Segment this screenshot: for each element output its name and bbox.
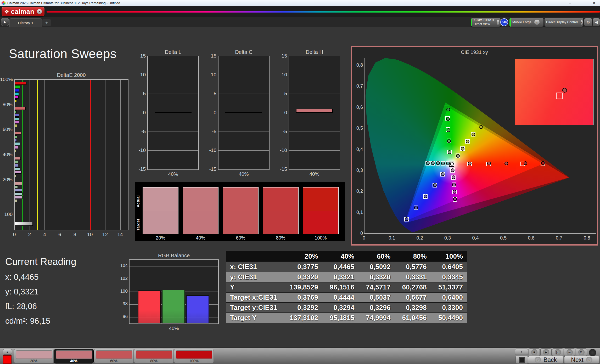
- delta_c-bar: [225, 112, 262, 113]
- table-header-cell: 40%: [322, 251, 358, 262]
- swatch-actual: [183, 187, 218, 211]
- loop-button[interactable]: ∞: [564, 348, 575, 356]
- page-title: Saturation Sweeps: [9, 47, 116, 61]
- deltae-bar: [15, 135, 17, 138]
- pattern-patch-80%[interactable]: 80%: [134, 349, 174, 363]
- meter-dropdown[interactable]: X-Rite i1Pro 3 Direct View ▼: [471, 18, 501, 27]
- patch-color: [96, 350, 132, 359]
- stop-button[interactable]: ■: [529, 348, 540, 356]
- collapse-panel-button[interactable]: ◀: [592, 18, 600, 26]
- deltae-xtick: 12: [101, 232, 109, 237]
- add-tab-button[interactable]: +: [42, 19, 51, 26]
- deltae-bar: [15, 167, 20, 170]
- cie-zoom-inset: [515, 59, 594, 125]
- pattern-window-button[interactable]: [515, 356, 528, 364]
- swatch-target: [223, 211, 258, 234]
- rgb-bar-G: [162, 290, 185, 323]
- chevron-double-left-icon: «: [535, 357, 541, 363]
- delta_c-gridline: [218, 150, 269, 151]
- delta_h-ytick: 15: [277, 53, 287, 59]
- play-button[interactable]: ▶: [540, 348, 552, 356]
- table-row: x: CIE310,37750,44650,50920,57760,6405: [226, 262, 467, 272]
- deltae-bar: [15, 124, 17, 127]
- swatch-target: [303, 211, 338, 234]
- delta_h-gridline: [289, 132, 340, 132]
- deltae-bar: [15, 182, 22, 185]
- panel-up-button[interactable]: ▲: [515, 349, 528, 355]
- table-cell: 0,4444: [322, 292, 358, 303]
- patch-color: [16, 350, 52, 359]
- arrow-up-icon: ▲: [520, 350, 523, 353]
- panel-expander-button[interactable]: ▶: [1, 18, 9, 26]
- delta_l-ytick: 10: [135, 72, 146, 78]
- delta_c-xlabel: 40%: [218, 171, 270, 177]
- deltae-bar: [15, 82, 26, 85]
- calman-logo-icon: ❖: [4, 9, 9, 14]
- cie-measured-green: [447, 128, 450, 132]
- delta_c-ytick: 5: [206, 91, 216, 96]
- pattern-color-chip[interactable]: [3, 355, 12, 364]
- calman-menu-button[interactable]: ❖ calman ▼: [2, 7, 44, 16]
- rgb-gridline: [130, 279, 218, 279]
- maximize-button[interactable]: □: [576, 1, 588, 5]
- table-cell: 0,5776: [395, 262, 431, 272]
- pattern-up-button[interactable]: ▲: [3, 349, 12, 355]
- deltae-bar: [15, 99, 17, 102]
- table-cell: 61,0456: [395, 313, 431, 323]
- deltae-xtick: 10: [86, 232, 94, 237]
- tab-history-1[interactable]: History 1: [9, 18, 42, 27]
- meter-line2: Direct View: [473, 22, 490, 26]
- table-row-label: Target y:CIE31: [226, 303, 285, 313]
- table-cell: 0,3300: [431, 303, 467, 313]
- cie-xtick: 0,2: [414, 235, 425, 241]
- delta_h-ytick: -10: [277, 147, 287, 153]
- deltae-group-label: 80%: [0, 102, 13, 107]
- toolbar: ▶ History 1 + X-Rite i1Pro 3 Direct View…: [0, 17, 600, 27]
- settings-button[interactable]: ⚙: [584, 18, 592, 26]
- pattern-patch-40%[interactable]: 40%: [54, 349, 94, 363]
- workflow-dropdown[interactable]: Mobile Forge ▼: [509, 18, 544, 27]
- pattern-patch-20%[interactable]: 20%: [14, 349, 54, 363]
- refresh-button[interactable]: ⟳: [576, 348, 587, 356]
- inset-target-square: [556, 93, 563, 99]
- deltae-reference-line-10: [90, 80, 91, 230]
- swatch-actual: [303, 187, 338, 211]
- swatch-label: 80%: [263, 235, 299, 241]
- reading-cdm2: cd/m²: 96,15: [5, 316, 50, 326]
- pattern-patch-60%[interactable]: 60%: [94, 349, 134, 363]
- cie-measured-cyan: [436, 161, 440, 165]
- deltae-bar: [15, 196, 23, 199]
- inset-measured-circle: [562, 88, 567, 93]
- cie-ytick: 0,6: [353, 105, 363, 110]
- close-button[interactable]: ✕: [588, 1, 600, 5]
- deltae-bar: [15, 96, 19, 99]
- next-label: Next: [571, 356, 583, 363]
- cie-xtick: 0,7: [554, 235, 564, 241]
- table-cell: 0,3331: [395, 272, 431, 282]
- frame-step-button[interactable]: [··]: [552, 348, 563, 356]
- app-header: ❖ calman ▼: [0, 6, 600, 17]
- pattern-patch-100%[interactable]: 100%: [174, 349, 214, 363]
- delta_h-gridline: [289, 75, 340, 75]
- rgb-gridline: [130, 266, 218, 266]
- rgb-ytick: 100: [117, 289, 128, 294]
- delta_h-bar: [296, 109, 333, 113]
- display-control-dropdown[interactable]: Direct Display Control ▼: [544, 18, 584, 27]
- back-button[interactable]: « Back: [528, 356, 563, 364]
- cie-1931-panel: CIE 1931 xy 00,10,20,30,40,50,60,70,800,…: [351, 46, 598, 246]
- table-cell: 51,3377: [431, 282, 467, 292]
- delta_c-gridline: [218, 75, 269, 75]
- minimize-button[interactable]: –: [564, 1, 576, 5]
- deltae-bar: [15, 199, 17, 202]
- cie-xtick: 0,3: [442, 235, 453, 241]
- next-button[interactable]: Next »: [564, 356, 599, 364]
- swatch-target: [263, 211, 298, 234]
- swatch-target: [143, 211, 178, 234]
- deltae-bar: [15, 114, 19, 117]
- cie-ytick: 0: [353, 231, 363, 236]
- display-control-label: Direct Display Control: [545, 20, 579, 24]
- play-icon: ▶: [543, 349, 549, 355]
- brand-name: calman: [11, 8, 34, 15]
- swatch-label: 20%: [143, 235, 178, 241]
- patch-label: 40%: [54, 359, 93, 363]
